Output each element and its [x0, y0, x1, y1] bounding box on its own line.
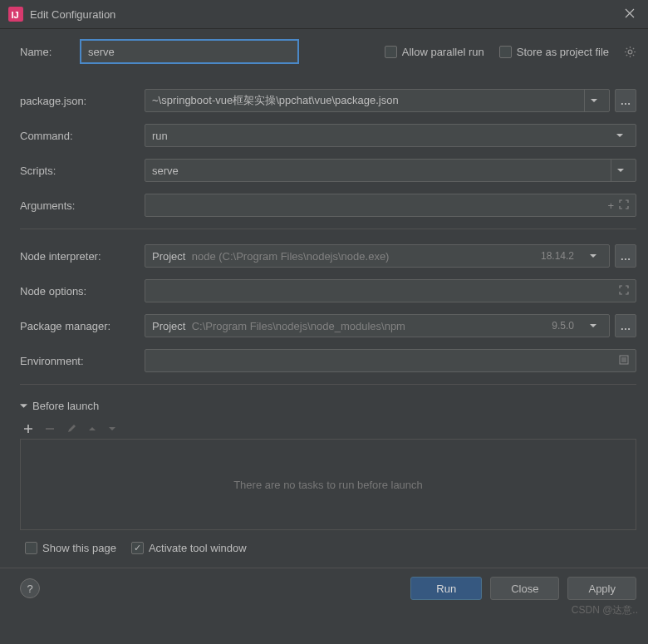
package-json-browse-button[interactable]: …	[615, 89, 636, 112]
activate-tool-window-checkbox[interactable]: Activate tool window	[131, 542, 247, 554]
package-json-combo[interactable]: ~\springboot-vue框架实操\ppchat\vue\package.…	[145, 89, 610, 112]
arguments-input[interactable]: +	[145, 194, 636, 217]
expand-icon[interactable]	[619, 199, 629, 212]
svg-point-2	[628, 50, 632, 54]
add-task-button[interactable]	[23, 424, 33, 434]
svg-text:IJ: IJ	[11, 10, 18, 20]
package-manager-browse-button[interactable]: …	[615, 314, 636, 337]
package-json-label: package.json:	[20, 95, 145, 107]
command-combo[interactable]: run	[145, 124, 636, 147]
window-title: Edit Configuration	[30, 8, 620, 21]
plus-icon[interactable]: +	[607, 199, 614, 212]
package-manager-label: Package manager:	[20, 320, 145, 332]
environment-input[interactable]	[145, 349, 636, 372]
close-button[interactable]: Close	[490, 577, 559, 600]
expand-icon[interactable]	[619, 285, 629, 297]
command-label: Command:	[20, 130, 145, 142]
checkbox-icon	[499, 46, 512, 58]
gear-icon[interactable]	[624, 46, 636, 58]
chevron-down-icon	[584, 315, 602, 337]
edit-task-button[interactable]	[66, 424, 76, 434]
move-down-button[interactable]	[108, 425, 116, 432]
chevron-down-icon	[611, 160, 629, 181]
show-this-page-checkbox[interactable]: Show this page	[25, 542, 116, 554]
run-button[interactable]: Run	[410, 577, 482, 600]
allow-parallel-checkbox[interactable]: Allow parallel run	[385, 46, 484, 58]
app-icon: IJ	[8, 7, 23, 22]
name-label: Name:	[20, 46, 80, 58]
help-button[interactable]: ?	[20, 578, 40, 598]
node-options-input[interactable]	[145, 279, 636, 302]
package-manager-combo[interactable]: Project C:\Program Files\nodejs\node_mod…	[145, 314, 610, 337]
checkbox-icon	[131, 542, 144, 554]
list-icon[interactable]	[619, 355, 629, 367]
node-options-label: Node options:	[20, 285, 145, 297]
scripts-combo[interactable]: serve	[145, 159, 636, 182]
chevron-down-icon	[584, 90, 602, 111]
checkbox-icon	[385, 46, 397, 58]
arguments-label: Arguments:	[20, 199, 145, 212]
close-icon[interactable]	[620, 5, 640, 23]
separator	[20, 384, 636, 385]
node-interpreter-combo[interactable]: Project node (C:\Program Files\nodejs\no…	[145, 244, 610, 268]
checkbox-icon	[25, 542, 37, 554]
before-launch-tasks: There are no tasks to run before launch	[20, 439, 636, 530]
scripts-label: Scripts:	[20, 165, 145, 177]
allow-parallel-label: Allow parallel run	[402, 46, 484, 58]
store-as-file-checkbox[interactable]: Store as project file	[499, 46, 609, 58]
chevron-down-icon	[584, 245, 602, 267]
node-interpreter-browse-button[interactable]: …	[615, 244, 636, 268]
before-launch-header[interactable]: Before launch	[20, 400, 636, 412]
environment-label: Environment:	[20, 355, 145, 367]
separator	[20, 229, 636, 229]
apply-button[interactable]: Apply	[567, 577, 636, 600]
node-interpreter-label: Node interpreter:	[20, 250, 145, 263]
chevron-down-icon	[611, 125, 629, 146]
chevron-down-icon	[20, 402, 27, 410]
remove-task-button[interactable]	[45, 424, 55, 434]
store-as-file-label: Store as project file	[517, 46, 609, 58]
name-input[interactable]	[80, 39, 299, 64]
watermark: CSDN @达意..	[572, 603, 638, 617]
move-up-button[interactable]	[88, 425, 96, 432]
